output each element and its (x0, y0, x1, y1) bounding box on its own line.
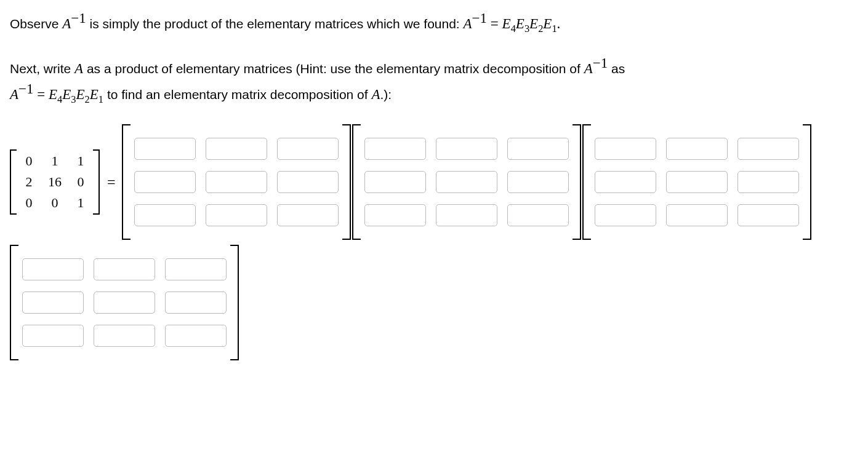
var-E2: E (529, 16, 538, 31)
matrix-3-cell-2-1[interactable] (595, 171, 656, 193)
matrix-2-cell-3-2[interactable] (436, 204, 497, 226)
sub-1: 1 (552, 23, 557, 34)
text: .): (380, 87, 392, 101)
matrix-cell: 16 (42, 172, 68, 192)
sup-neg1: −1 (71, 10, 86, 26)
var-A: A (584, 61, 593, 76)
sup-neg1: −1 (472, 10, 487, 26)
var-E4: E (49, 87, 57, 102)
matrix-2-cell-2-3[interactable] (507, 171, 569, 193)
matrix-cell: 1 (68, 151, 94, 172)
bracket-right (573, 124, 581, 240)
bracket-right (230, 245, 239, 360)
matrix-3-cell-3-2[interactable] (666, 204, 728, 226)
matrix-4-cell-1-3[interactable] (165, 258, 227, 280)
matrix-3-cell-2-2[interactable] (666, 171, 728, 193)
bracket-right (93, 149, 100, 215)
bracket-left (582, 124, 591, 240)
matrix-2-cell-2-1[interactable] (364, 171, 426, 193)
bracket-right (342, 124, 351, 240)
matrix-1-cell-1-3[interactable] (277, 138, 339, 160)
equals: = (34, 87, 49, 102)
input-matrix-4 (10, 245, 239, 360)
var-A: A (62, 16, 71, 31)
sub-3: 3 (71, 93, 76, 105)
bracket-right (803, 124, 811, 240)
matrix-4-cell-2-1[interactable] (22, 291, 84, 314)
matrix-2-cell-2-2[interactable] (436, 171, 497, 193)
matrix-cell: 0 (16, 151, 42, 172)
bracket-left (10, 149, 17, 215)
matrix-2-cell-1-1[interactable] (364, 138, 426, 160)
instruction-paragraph: Next, write A as a product of elementary… (10, 54, 858, 107)
matrix-4-cell-1-2[interactable] (94, 258, 155, 280)
var-E3: E (62, 87, 71, 102)
matrix-1-cell-3-1[interactable] (134, 204, 196, 226)
sup-neg1: −1 (593, 55, 608, 71)
equals: = (487, 16, 502, 31)
var-E1: E (90, 87, 98, 102)
text: is simply the product of the elementary … (90, 17, 464, 31)
matrix-2-cell-1-2[interactable] (436, 138, 497, 160)
matrix-4-cell-3-3[interactable] (165, 325, 227, 347)
matrix-cell: 0 (68, 172, 94, 192)
text: as a product of elementary matrices (Hin… (87, 61, 584, 76)
matrix-cell: 1 (42, 151, 68, 172)
text: to find an elementary matrix decompositi… (107, 87, 372, 101)
matrix-3-cell-1-3[interactable] (737, 138, 799, 160)
matrix-cell: 0 (16, 192, 42, 213)
sub-1: 1 (98, 93, 103, 105)
var-E1: E (543, 16, 552, 31)
matrix-cell: 2 (16, 172, 42, 192)
matrix-4-cell-2-3[interactable] (165, 291, 227, 314)
matrix-1-cell-3-3[interactable] (277, 204, 339, 226)
sub-3: 3 (524, 23, 529, 34)
matrix-1-cell-3-2[interactable] (206, 204, 267, 226)
matrix-1-cell-2-3[interactable] (277, 171, 339, 193)
matrix-4-cell-3-2[interactable] (94, 325, 155, 347)
var-A: A (10, 87, 18, 102)
var-A: A (74, 61, 83, 76)
var-E4: E (502, 16, 511, 31)
input-matrix-3 (582, 124, 811, 240)
text: as (611, 61, 625, 76)
sub-4: 4 (57, 93, 62, 105)
matrix-cell: 1 (68, 192, 94, 213)
matrix-cell: 0 (42, 192, 68, 213)
matrix-4-cell-2-2[interactable] (94, 291, 155, 314)
sub-2: 2 (538, 23, 543, 34)
sup-neg1: −1 (18, 81, 33, 97)
input-matrix-2 (352, 124, 581, 240)
matrix-1-cell-1-1[interactable] (134, 138, 196, 160)
matrix-4-cell-1-1[interactable] (22, 258, 84, 280)
matrix-1-cell-2-2[interactable] (206, 171, 267, 193)
matrix-3-cell-1-1[interactable] (595, 138, 656, 160)
matrix-2-cell-3-3[interactable] (507, 204, 569, 226)
observe-paragraph: Observe A−1 is simply the product of the… (10, 9, 858, 36)
matrix-2-cell-3-1[interactable] (364, 204, 426, 226)
matrix-1-cell-1-2[interactable] (206, 138, 267, 160)
equation-row: 0 1 1 2 16 0 0 0 1 = (10, 124, 858, 360)
var-A: A (464, 16, 472, 31)
var-E3: E (516, 16, 524, 31)
var-A: A (371, 87, 380, 102)
bracket-left (122, 124, 131, 240)
bracket-left (352, 124, 361, 240)
matrix-3-cell-2-3[interactable] (737, 171, 799, 193)
sub-2: 2 (85, 93, 90, 105)
matrix-4-cell-3-1[interactable] (22, 325, 84, 347)
matrix-3-cell-3-1[interactable] (595, 204, 656, 226)
text: Next, write (10, 61, 74, 76)
matrix-3-cell-3-3[interactable] (737, 204, 799, 226)
input-matrix-1 (122, 124, 351, 240)
var-E2: E (76, 87, 85, 102)
sub-4: 4 (511, 23, 516, 34)
lhs-matrix: 0 1 1 2 16 0 0 0 1 (10, 151, 100, 213)
equals-sign: = (101, 171, 121, 193)
matrix-3-cell-1-2[interactable] (666, 138, 728, 160)
dot: . (557, 16, 561, 31)
matrix-2-cell-1-3[interactable] (507, 138, 569, 160)
matrix-1-cell-2-1[interactable] (134, 171, 196, 193)
text: Observe (10, 17, 62, 31)
bracket-left (10, 245, 18, 360)
